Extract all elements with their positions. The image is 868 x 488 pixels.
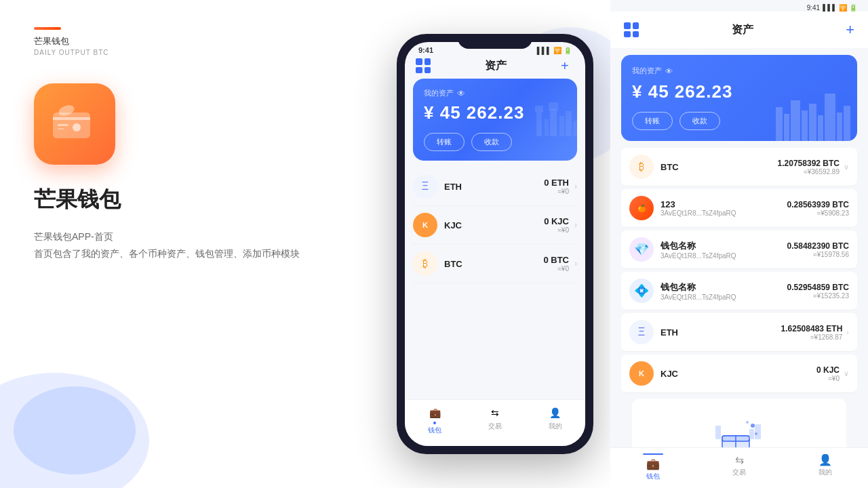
rp-123-sub: ≈¥5908.23 <box>787 209 849 217</box>
rp-coin-kjc[interactable]: K KJC 0 KJC ≈¥0 ∨ <box>621 354 857 393</box>
svg-rect-27 <box>749 429 754 439</box>
phone-panel: 9:41 ▌▌▌ 🛜 🔋 资产 + 我的资产 👁 <box>380 0 610 488</box>
grid-icon[interactable] <box>416 58 431 73</box>
svg-rect-15 <box>784 114 789 141</box>
rp-nav-wallet[interactable]: 💼 钱包 <box>610 453 696 481</box>
eth-name: ETH <box>444 182 544 192</box>
rp-coin-123[interactable]: 🍊 123 3AvEQt1R8...TsZ4fpaRQ 0.28563939 B… <box>621 189 857 228</box>
brand-sub: DAILY OUTPUT BTC <box>34 49 346 56</box>
rp-wallet2-value: 0.52954859 BTC <box>787 283 849 292</box>
rp-coin-eth[interactable]: Ξ ETH 1.62508483 ETH ≈¥1268.87 › <box>621 313 857 352</box>
brand-name: 芒果钱包 <box>34 35 346 47</box>
rp-empty-state: 请先创建或导入ETH钱包 创建 导入 <box>632 399 846 447</box>
svg-rect-22 <box>844 106 850 141</box>
svg-rect-10 <box>549 102 558 110</box>
deco-blob-2 <box>14 386 136 474</box>
eth-icon: Ξ <box>413 174 437 199</box>
phone-nav-mine[interactable]: 👤 我的 <box>525 405 585 435</box>
phone-coin-list: Ξ ETH 0 ETH ≈¥0 › K KJC 0 <box>405 167 585 283</box>
rp-mine-nav-label: 我的 <box>818 468 832 477</box>
app-icon <box>34 83 115 165</box>
svg-rect-9 <box>550 109 557 136</box>
rp-city-bg <box>776 55 857 141</box>
right-panel: 9:41 ▌▌▌ 🛜 🔋 资产 + 我的资产 👁 ¥ 45 262.23 转账 … <box>610 0 868 488</box>
svg-rect-16 <box>791 100 800 141</box>
svg-rect-21 <box>837 113 842 141</box>
svg-rect-7 <box>535 106 543 113</box>
rp-eye-icon[interactable]: 👁 <box>665 67 673 75</box>
rp-123-addr: 3AvEQt1R8...TsZ4fpaRQ <box>660 209 787 217</box>
svg-rect-18 <box>809 104 816 141</box>
eth-sub: ≈¥0 <box>544 188 569 195</box>
rp-kjc-info: KJC <box>660 369 816 379</box>
rp-time: 9:41 <box>807 4 820 12</box>
svg-rect-1 <box>53 117 90 120</box>
rp-kjc-value: 0 KJC <box>816 365 840 375</box>
rp-kjc-arrow: ∨ <box>844 369 849 378</box>
svg-point-2 <box>73 123 81 131</box>
rp-add-button[interactable]: + <box>846 21 854 39</box>
rp-coin-wallet2[interactable]: 💠 钱包名称 3AvEQt1R8...TsZ4fpaRQ 0.52954859 … <box>621 272 857 310</box>
eye-icon[interactable]: 👁 <box>457 89 465 98</box>
phone-receive-button[interactable]: 收款 <box>471 133 512 151</box>
rp-coin-wallet1[interactable]: 💎 钱包名称 3AvEQt1R8...TsZ4fpaRQ 0.58482390 … <box>621 230 857 269</box>
rp-transfer-button[interactable]: 转账 <box>632 112 673 130</box>
rp-asset-card: 我的资产 👁 ¥ 45 262.23 转账 收款 <box>621 55 857 141</box>
rp-123-value: 0.28563939 BTC <box>787 200 849 209</box>
rp-wallet2-sub: ≈¥15235.23 <box>787 292 849 300</box>
rp-header: 资产 + <box>610 12 868 48</box>
rp-wallet2-name: 钱包名称 <box>660 281 787 293</box>
rp-receive-button[interactable]: 收款 <box>679 112 720 130</box>
kjc-name: KJC <box>444 220 544 230</box>
rp-bottom-nav: 💼 钱包 ⇆ 交易 👤 我的 <box>610 447 868 488</box>
phone-coin-eth[interactable]: Ξ ETH 0 ETH ≈¥0 › <box>413 167 577 206</box>
phone-time: 9:41 <box>418 46 433 54</box>
wallet-nav-label: 钱包 <box>428 426 441 435</box>
phone-coin-kjc[interactable]: K KJC 0 KJC ≈¥0 › <box>413 206 577 245</box>
rp-kjc-right: 0 KJC ≈¥0 <box>816 365 840 382</box>
rp-empty-illustration <box>712 412 766 447</box>
rp-nav-mine[interactable]: 👤 我的 <box>782 453 868 481</box>
rp-btc-arrow: ∨ <box>844 163 849 171</box>
rp-btc-icon: ₿ <box>629 155 654 179</box>
phone-header: 资产 + <box>405 56 585 79</box>
app-title: 芒果钱包 <box>34 185 346 215</box>
svg-rect-17 <box>802 110 808 141</box>
svg-rect-14 <box>776 107 783 141</box>
rp-kjc-sub: ≈¥0 <box>816 375 840 382</box>
svg-rect-26 <box>715 426 721 439</box>
rp-123-name: 123 <box>660 199 787 209</box>
rp-signal: ▌▌▌ 🛜 🔋 <box>823 4 857 12</box>
btc-name: BTC <box>444 259 543 269</box>
rp-coin-btc[interactable]: ₿ BTC 1.20758392 BTC ≈¥36592.89 ∨ <box>621 148 857 186</box>
rp-wallet2-right: 0.52954859 BTC ≈¥15235.23 <box>787 283 849 300</box>
svg-rect-11 <box>559 116 564 136</box>
rp-123-icon: 🍊 <box>629 196 654 220</box>
phone-coin-btc[interactable]: ₿ BTC 0 BTC ≈¥0 › <box>413 245 577 283</box>
rp-wallet1-info: 钱包名称 3AvEQt1R8...TsZ4fpaRQ <box>660 240 787 260</box>
phone-nav-trade[interactable]: ⇆ 交易 <box>465 405 526 435</box>
rp-nav-trade[interactable]: ⇆ 交易 <box>696 453 783 481</box>
rp-wallet1-value: 0.58482390 BTC <box>787 241 849 251</box>
rp-eth-sub: ≈¥1268.87 <box>781 333 843 341</box>
svg-rect-3 <box>58 124 68 126</box>
phone-screen: 9:41 ▌▌▌ 🛜 🔋 资产 + 我的资产 👁 <box>405 42 585 446</box>
rp-kjc-name: KJC <box>660 369 816 379</box>
add-button[interactable]: + <box>561 59 574 73</box>
phone-nav-wallet[interactable]: 💼 钱包 <box>405 405 465 435</box>
svg-rect-19 <box>818 115 823 141</box>
rp-status-bar: 9:41 ▌▌▌ 🛜 🔋 <box>610 0 868 12</box>
btc-info: BTC <box>444 259 543 269</box>
kjc-value: 0 KJC <box>544 216 569 226</box>
rp-mine-nav-icon: 👤 <box>818 453 832 466</box>
phone-transfer-button[interactable]: 转账 <box>424 133 465 151</box>
btc-icon: ₿ <box>413 251 437 276</box>
eth-amount: 0 ETH ≈¥0 <box>544 178 569 195</box>
svg-rect-13 <box>573 121 577 136</box>
wifi-icon: 🛜 <box>553 47 561 54</box>
rp-kjc-icon: K <box>629 361 654 386</box>
btc-arrow: › <box>574 259 577 268</box>
kjc-amount: 0 KJC ≈¥0 <box>544 216 569 234</box>
rp-grid-icon[interactable] <box>624 22 639 37</box>
rp-btc-value: 1.20758392 BTC <box>778 159 840 168</box>
